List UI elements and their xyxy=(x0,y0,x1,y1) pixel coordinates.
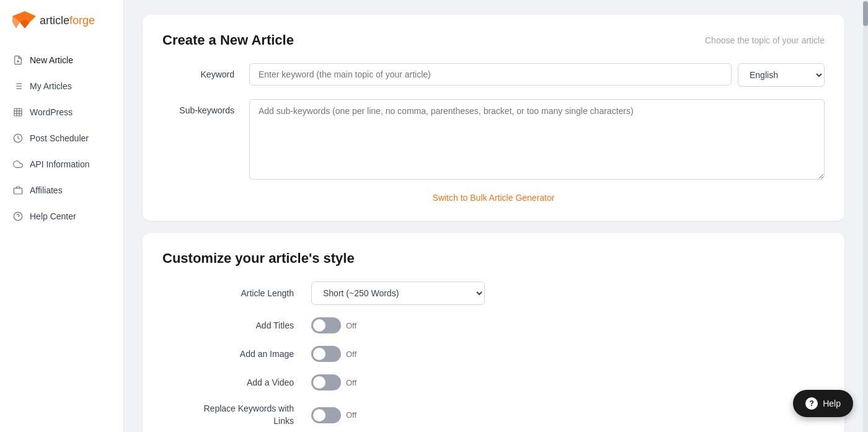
page-scrollbar[interactable] xyxy=(863,0,868,432)
add-titles-label: Add Titles xyxy=(162,320,311,330)
svg-point-18 xyxy=(14,212,22,220)
add-image-control: Off xyxy=(311,346,356,362)
article-length-row: Article Length Very Short (~100 Words) S… xyxy=(162,281,825,305)
affiliates-icon xyxy=(12,185,24,196)
replace-keywords-slider xyxy=(311,407,341,423)
replace-keywords-toggle[interactable] xyxy=(311,407,341,423)
add-image-state: Off xyxy=(346,350,356,359)
cloud-icon xyxy=(12,159,24,170)
add-image-label: Add an Image xyxy=(162,349,311,359)
replace-keywords-control: Off xyxy=(311,407,356,423)
sidebar-label-my-articles: My Articles xyxy=(30,81,72,91)
switch-link-container: Switch to Bulk Article Generator xyxy=(162,192,825,203)
add-video-row: Add a Video Off xyxy=(162,374,825,390)
article-length-control: Very Short (~100 Words) Short (~250 Word… xyxy=(311,281,485,305)
logo-text: articleforge xyxy=(40,14,95,27)
replace-keywords-label: Replace Keywords with Links xyxy=(162,403,311,427)
language-select[interactable]: English Spanish French German Italian Po… xyxy=(738,63,825,87)
sidebar-item-new-article[interactable]: New Article xyxy=(0,47,123,73)
add-image-toggle[interactable] xyxy=(311,346,341,362)
switch-to-bulk-link[interactable]: Switch to Bulk Article Generator xyxy=(433,193,555,203)
sidebar-item-affiliates[interactable]: Affiliates xyxy=(0,177,123,203)
sidebar-label-new-article: New Article xyxy=(30,55,73,65)
create-card-title: Create a New Article xyxy=(162,32,294,48)
help-circle-icon xyxy=(12,211,24,222)
help-button-label: Help xyxy=(823,399,841,408)
create-article-card: Create a New Article Choose the topic of… xyxy=(143,15,844,221)
subkeywords-label: Sub-keywords xyxy=(162,99,249,115)
sidebar-label-affiliates: Affiliates xyxy=(30,185,63,195)
svg-rect-11 xyxy=(14,108,22,116)
list-icon xyxy=(12,81,24,92)
wordpress-icon xyxy=(12,107,24,118)
logo: articleforge xyxy=(0,0,123,42)
scrollbar-thumb[interactable] xyxy=(863,1,868,26)
svg-rect-17 xyxy=(14,188,22,194)
file-plus-icon xyxy=(12,55,24,66)
create-card-header: Create a New Article Choose the topic of… xyxy=(162,32,825,48)
keyword-controls: English Spanish French German Italian Po… xyxy=(249,63,825,87)
main-content: Create a New Article Choose the topic of… xyxy=(124,0,863,432)
add-video-control: Off xyxy=(311,374,356,390)
subkeywords-textarea[interactable] xyxy=(249,99,825,180)
create-card-subtitle: Choose the topic of your article xyxy=(705,35,825,45)
add-titles-toggle[interactable] xyxy=(311,317,341,333)
add-titles-slider xyxy=(311,317,341,333)
sidebar: articleforge New Article My Articles Wor… xyxy=(0,0,124,432)
sidebar-item-api-information[interactable]: API Information xyxy=(0,151,123,177)
replace-keywords-row: Replace Keywords with Links Off xyxy=(162,403,825,427)
sidebar-label-post-scheduler: Post Scheduler xyxy=(30,133,89,143)
customize-card-title: Customize your article's style xyxy=(162,250,355,267)
sidebar-label-wordpress: WordPress xyxy=(30,107,73,117)
customize-article-card: Customize your article's style Article L… xyxy=(143,233,844,432)
replace-keywords-state: Off xyxy=(346,410,356,420)
add-video-slider xyxy=(311,374,341,390)
customize-card-header: Customize your article's style xyxy=(162,250,825,267)
help-button-icon: ? xyxy=(805,397,818,410)
add-video-state: Off xyxy=(346,378,356,387)
add-video-label: Add a Video xyxy=(162,377,311,387)
add-video-toggle[interactable] xyxy=(311,374,341,390)
add-titles-control: Off xyxy=(311,317,356,333)
subkeywords-controls xyxy=(249,99,825,180)
sidebar-item-post-scheduler[interactable]: Post Scheduler xyxy=(0,125,123,151)
keyword-input[interactable] xyxy=(249,63,732,86)
add-image-slider xyxy=(311,346,341,362)
sidebar-label-help-center: Help Center xyxy=(30,211,76,221)
sidebar-label-api-information: API Information xyxy=(30,159,90,169)
sidebar-item-my-articles[interactable]: My Articles xyxy=(0,73,123,99)
sidebar-item-help-center[interactable]: Help Center xyxy=(0,203,123,229)
help-button[interactable]: ? Help xyxy=(793,390,853,417)
keyword-row: Keyword English Spanish French German It… xyxy=(162,63,825,87)
subkeywords-row: Sub-keywords xyxy=(162,99,825,180)
article-length-label: Article Length xyxy=(162,288,311,298)
keyword-label: Keyword xyxy=(162,63,249,79)
add-titles-row: Add Titles Off xyxy=(162,317,825,333)
sidebar-item-wordpress[interactable]: WordPress xyxy=(0,99,123,125)
logo-icon xyxy=(12,11,36,30)
add-titles-state: Off xyxy=(346,321,356,330)
sidebar-nav: New Article My Articles WordPress Post S… xyxy=(0,42,123,234)
clock-icon xyxy=(12,133,24,144)
article-length-select[interactable]: Very Short (~100 Words) Short (~250 Word… xyxy=(311,281,485,305)
add-image-row: Add an Image Off xyxy=(162,346,825,362)
